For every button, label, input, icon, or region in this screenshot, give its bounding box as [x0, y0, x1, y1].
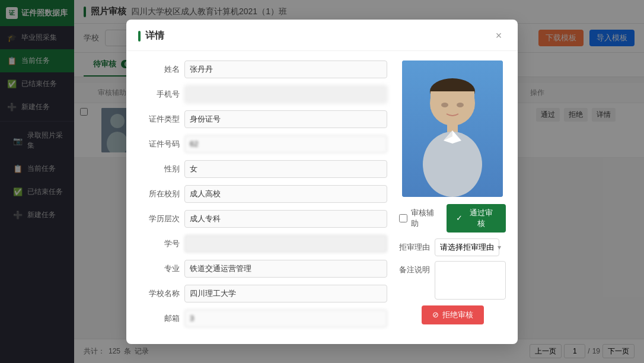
label-student-id: 学号 — [138, 238, 180, 249]
form-row-phone: 手机号 — [138, 85, 387, 103]
approve-icon: ✓ — [456, 214, 463, 222]
reject-reason-select-wrap: 请选择拒审理由 照片模糊 照片不符合要求 证件信息不符 其他 — [435, 238, 506, 256]
remark-textarea[interactable] — [435, 261, 506, 300]
input-student-id[interactable] — [184, 235, 387, 253]
remark-row: 备注说明 — [399, 261, 506, 300]
label-email: 邮箱 — [138, 313, 180, 324]
modal-title: 详情 — [145, 30, 487, 42]
final-reject-button[interactable]: ⊘ 拒绝审核 — [422, 305, 484, 324]
label-edu-level: 学历层次 — [138, 214, 180, 224]
label-school-type: 所在校别 — [138, 189, 180, 199]
label-id-number: 证件号码 — [138, 139, 180, 149]
input-gender[interactable] — [184, 160, 387, 178]
reject-reason-select[interactable]: 请选择拒审理由 照片模糊 照片不符合要求 证件信息不符 其他 — [435, 238, 499, 256]
modal-form: 姓名 手机号 证件类型 证件号码 — [138, 60, 387, 335]
final-reject-row: ⊘ 拒绝审核 — [422, 305, 484, 324]
modal-overlay: 详情 × 姓名 手机号 证件类型 — [0, 0, 644, 363]
approve-button[interactable]: ✓ 通过审核 — [447, 204, 506, 233]
label-gender: 性别 — [138, 164, 180, 174]
label-id-type: 证件类型 — [138, 114, 180, 125]
form-row-gender: 性别 — [138, 160, 387, 178]
reject-icon: ⊘ — [432, 310, 439, 319]
modal-close-button[interactable]: × — [492, 29, 506, 43]
reject-reason-row: 拒审理由 请选择拒审理由 照片模糊 照片不符合要求 证件信息不符 其他 — [399, 238, 506, 256]
approve-row: 审核辅助 ✓ 通过审核 — [399, 204, 506, 233]
review-assist-checkbox[interactable] — [399, 214, 407, 222]
form-row-school-type: 所在校别 — [138, 185, 387, 203]
person-photo-svg — [402, 60, 503, 197]
form-row-student-id: 学号 — [138, 235, 387, 253]
input-phone[interactable] — [184, 85, 387, 103]
input-name[interactable] — [184, 60, 387, 78]
input-school-type[interactable] — [184, 185, 387, 203]
form-row-name: 姓名 — [138, 60, 387, 78]
label-name: 姓名 — [138, 64, 180, 75]
label-phone: 手机号 — [138, 89, 180, 100]
form-row-id-type: 证件类型 — [138, 110, 387, 128]
modal-photo-area: 审核辅助 ✓ 通过审核 拒审理由 请选择拒审理由 照片模糊 照片不符合要求 — [399, 60, 506, 335]
reject-reason-label: 拒审理由 — [399, 242, 430, 253]
svg-point-12 — [457, 103, 464, 107]
input-school-name[interactable] — [184, 285, 387, 302]
input-major[interactable] — [184, 260, 387, 278]
form-row-id-number: 证件号码 — [138, 135, 387, 153]
remark-label: 备注说明 — [399, 261, 430, 275]
form-row-email: 邮箱 — [138, 310, 387, 327]
input-edu-level[interactable] — [184, 210, 387, 228]
input-email[interactable] — [184, 310, 387, 327]
form-row-major: 专业 — [138, 260, 387, 278]
svg-point-11 — [441, 103, 448, 107]
form-row-edu-level: 学历层次 — [138, 210, 387, 228]
review-assist-checkbox-label: 审核辅助 — [399, 208, 441, 229]
photo-box — [402, 60, 503, 197]
modal-indicator — [138, 31, 141, 42]
modal-header: 详情 × — [126, 20, 518, 51]
input-id-type[interactable] — [184, 110, 387, 128]
modal-body: 姓名 手机号 证件类型 证件号码 — [126, 51, 518, 344]
svg-rect-10 — [431, 91, 474, 109]
form-row-school-name: 学校名称 — [138, 285, 387, 302]
label-school-name: 学校名称 — [138, 288, 180, 299]
input-id-number[interactable] — [184, 135, 387, 153]
detail-modal: 详情 × 姓名 手机号 证件类型 — [126, 20, 518, 344]
label-major: 专业 — [138, 263, 180, 274]
